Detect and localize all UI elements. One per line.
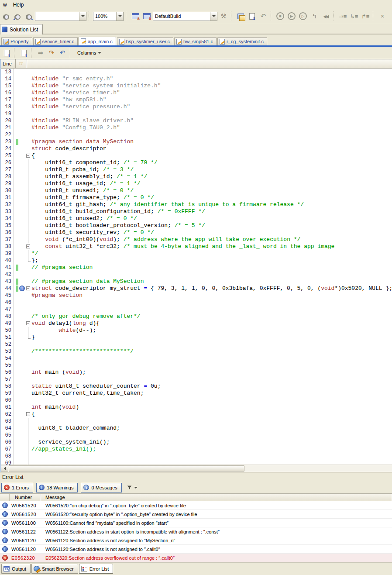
code-line[interactable]: 22 xyxy=(1,131,392,138)
combo-arrow-icon[interactable] xyxy=(79,12,86,21)
rebuild-icon[interactable] xyxy=(235,11,246,21)
code-line[interactable]: 45#pragma section xyxy=(1,292,392,299)
code-line[interactable]: 61int main(void) xyxy=(1,404,392,411)
code-line[interactable]: 48/* only gor debug remove after*/ xyxy=(1,313,392,320)
code-line[interactable]: 55 xyxy=(1,362,392,369)
search-combobox[interactable] xyxy=(35,12,86,21)
fold-open-icon[interactable]: − xyxy=(26,321,30,325)
code-line[interactable]: 25−{ xyxy=(1,152,392,159)
code-line[interactable]: 20#include "RLIN_slave_driver.h" xyxy=(1,117,392,124)
stop-icon[interactable]: ■ xyxy=(275,11,285,21)
error-row[interactable]: !W0561120W0561120:Section address is not… xyxy=(0,536,392,545)
disconnect-icon[interactable]: × xyxy=(377,11,388,21)
find-icon[interactable] xyxy=(1,11,11,21)
exchange-forward-icon[interactable] xyxy=(2,48,11,58)
watch2-icon[interactable] xyxy=(141,11,152,21)
menu-item-window[interactable]: w xyxy=(0,1,10,9)
severity-column-header[interactable] xyxy=(0,494,10,501)
undo-build-icon[interactable]: ↶ xyxy=(258,11,268,21)
bottom-tab-output[interactable]: Output xyxy=(1,564,31,574)
code-line[interactable]: 27 uint8_t pcba_id; /* = 3 */ xyxy=(1,166,392,173)
run-icon[interactable]: ▶ xyxy=(286,11,297,21)
errors-toggle-button[interactable]: ×1 Errors xyxy=(1,483,33,492)
watch1-icon[interactable] xyxy=(130,11,141,21)
code-line[interactable]: 37 void (*c_int00)(void); /* address whe… xyxy=(1,236,392,243)
code-line[interactable]: 19 xyxy=(1,110,392,117)
code-line[interactable]: 42 xyxy=(1,271,392,278)
code-line[interactable]: 56int main (void); xyxy=(1,369,392,376)
code-line[interactable]: 66 service_system_ini(); xyxy=(1,439,392,446)
code-line[interactable]: 35 uint16_t bootloader_protocol_version;… xyxy=(1,222,392,229)
code-line[interactable]: 14#include "r_smc_entry.h" xyxy=(1,76,392,83)
bottom-tab-error-list[interactable]: Error List xyxy=(79,564,113,574)
error-row[interactable]: !W0561120W0561120:Section address is not… xyxy=(0,545,392,554)
combo-arrow-icon[interactable] xyxy=(116,12,123,21)
generate-file-icon[interactable] xyxy=(247,11,257,21)
info-balloon-icon[interactable]: ! xyxy=(19,286,25,291)
fold-open-icon[interactable]: − xyxy=(26,412,30,416)
code-line[interactable]: 54 xyxy=(1,355,392,362)
code-line[interactable]: 40}; xyxy=(1,257,392,264)
redo-icon[interactable]: ↷ xyxy=(47,48,56,58)
code-line[interactable]: 69 xyxy=(1,460,392,465)
code-line[interactable]: 41// #pragma section xyxy=(1,264,392,271)
code-line[interactable]: 53/****************************/ xyxy=(1,348,392,355)
code-line[interactable]: 64 uint8_t bladder_command; xyxy=(1,425,392,432)
jump-icon[interactable]: ⇒ xyxy=(36,48,45,58)
columns-dropdown[interactable]: Columns xyxy=(75,49,104,56)
build-config-combobox[interactable]: DefaultBuild xyxy=(153,12,217,21)
code-line[interactable]: 18#include "service_pressure.h" xyxy=(1,103,392,110)
warns-toggle-button[interactable]: !18 Warnings xyxy=(36,483,78,492)
code-line[interactable]: 30 uint8_t unused1; /* = 0 */ xyxy=(1,187,392,194)
editor-tab-hw_smp581-c[interactable]: hw_smp581.c xyxy=(174,37,217,45)
combo-arrow-icon[interactable] xyxy=(210,12,217,21)
code-line[interactable]: 28 uint8_t assembly_id; /* = 1 */ xyxy=(1,173,392,180)
msgs-toggle-button[interactable]: i0 Messages xyxy=(81,483,121,492)
fold-open-icon[interactable]: − xyxy=(26,286,30,290)
restart-icon[interactable]: ↰ xyxy=(309,11,320,21)
editor-tab-app_main-c[interactable]: app_main.c xyxy=(79,37,116,45)
code-line[interactable]: 46 xyxy=(1,299,392,306)
code-line[interactable]: 43// #pragma section data MySection xyxy=(1,278,392,285)
editor-tab-Property[interactable]: Property xyxy=(1,37,32,45)
code-area[interactable]: 1314#include "r_smc_entry.h"15#include "… xyxy=(1,69,392,465)
code-line[interactable]: 38− const uint32_t *crc32; /* must be 4-… xyxy=(1,243,392,250)
code-line[interactable]: 59uint32_t current_time,time_taken; xyxy=(1,390,392,397)
code-line[interactable]: 31 uint8_t firmware_type; /* = 0 */ xyxy=(1,194,392,201)
code-line[interactable]: 15#include "service_system_initialize.h" xyxy=(1,83,392,90)
code-line[interactable]: 50 while(d--); xyxy=(1,327,392,334)
code-line[interactable]: 63 xyxy=(1,418,392,425)
rewind-icon[interactable]: ◀◀ xyxy=(320,11,331,21)
code-line[interactable]: 60 xyxy=(1,397,392,404)
build-tool-icon[interactable]: ⚒ xyxy=(218,11,229,21)
code-line[interactable]: 68 xyxy=(1,453,392,460)
step-in-icon[interactable]: ↳≡ xyxy=(349,11,359,21)
code-line[interactable]: 47 xyxy=(1,306,392,313)
scrollbar-thumb[interactable] xyxy=(9,465,244,472)
code-line[interactable]: 17#include "hw_smp581.h" xyxy=(1,96,392,103)
code-line[interactable]: 67//app_states_ini(); xyxy=(1,446,392,453)
code-line[interactable]: 24struct code_descriptor xyxy=(1,145,392,152)
step-over-icon[interactable]: ⇒≡ xyxy=(337,11,348,21)
code-line[interactable]: 58static uint8_t scheduler_counter = 0u; xyxy=(1,383,392,390)
fold-open-icon[interactable]: − xyxy=(26,244,30,248)
error-row[interactable]: !W0561100W0561100:Cannot find ″mydata″ s… xyxy=(0,519,392,527)
editor-tab-bsp_systimer_user-c[interactable]: bsp_systimer_user.c xyxy=(117,37,173,45)
filter-funnel-button[interactable] xyxy=(127,485,138,490)
message-column-header[interactable]: Message xyxy=(41,494,392,501)
code-line[interactable]: 49−void delay1(long d){ xyxy=(1,320,392,327)
number-column-header[interactable]: Number xyxy=(10,494,41,501)
find-prev-icon[interactable]: ◂ xyxy=(12,11,23,21)
fold-open-icon[interactable]: − xyxy=(26,154,30,158)
code-line[interactable]: 29 uint16_t usage_id; /* = 1 */ xyxy=(1,180,392,187)
code-line[interactable]: 23#pragma section data MySection xyxy=(1,138,392,145)
code-line[interactable]: 34 uint16_t unused2; /* = 0 */ xyxy=(1,215,392,222)
code-line[interactable]: 52 xyxy=(1,341,392,348)
code-line[interactable]: 33 uint16_t build_configuration_id; /* =… xyxy=(1,208,392,215)
code-line[interactable]: 21#include "Config_TAU0_2.h" xyxy=(1,124,392,131)
editor-tab-r_cg_systeminit-c[interactable]: r_cg_systeminit.c xyxy=(217,37,267,45)
code-line[interactable]: 57 xyxy=(1,376,392,383)
undo-icon[interactable]: ↶ xyxy=(58,48,67,58)
step-out-icon[interactable]: ↱≡ xyxy=(360,11,371,21)
exchange-back-icon[interactable] xyxy=(19,48,28,58)
